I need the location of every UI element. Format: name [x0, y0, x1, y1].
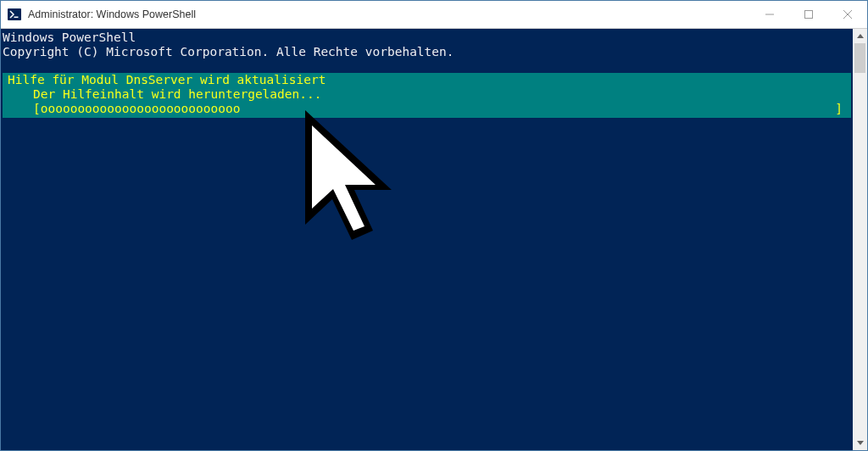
svg-rect-3	[805, 11, 813, 19]
console-content: Windows PowerShell Copyright (C) Microso…	[1, 29, 853, 450]
console-line: Windows PowerShell	[3, 31, 851, 45]
progress-bar-fill: ooooooooooooooooooooooooooo	[41, 102, 241, 116]
powershell-window: Administrator: Windows PowerShell Window…	[0, 0, 868, 451]
scroll-down-button[interactable]	[853, 436, 867, 450]
progress-panel: Hilfe für Modul DnsServer wird aktualisi…	[3, 73, 851, 118]
titlebar[interactable]: Administrator: Windows PowerShell	[1, 1, 867, 29]
console-line: Copyright (C) Microsoft Corporation. All…	[3, 45, 851, 59]
minimize-button[interactable]	[750, 1, 789, 28]
powershell-icon	[8, 8, 21, 21]
scroll-thumb[interactable]	[854, 43, 865, 73]
scroll-up-button[interactable]	[853, 29, 867, 43]
progress-status: Der Hilfeinhalt wird heruntergeladen...	[3, 87, 851, 102]
close-button[interactable]	[828, 1, 867, 28]
progress-title: Hilfe für Modul DnsServer wird aktualisi…	[3, 73, 851, 87]
window-controls	[750, 1, 867, 28]
window-title: Administrator: Windows PowerShell	[28, 8, 750, 20]
svg-rect-1	[14, 17, 19, 19]
progress-bar-close: ]	[835, 102, 843, 116]
console-area[interactable]: Windows PowerShell Copyright (C) Microso…	[1, 29, 867, 450]
progress-bar-open: [	[33, 102, 41, 116]
progress-bar-space	[240, 102, 835, 116]
maximize-button[interactable]	[789, 1, 828, 28]
vertical-scrollbar[interactable]	[853, 29, 867, 450]
progress-bar: [ ooooooooooooooooooooooooooo ]	[3, 102, 851, 116]
scroll-track[interactable]	[853, 43, 867, 436]
